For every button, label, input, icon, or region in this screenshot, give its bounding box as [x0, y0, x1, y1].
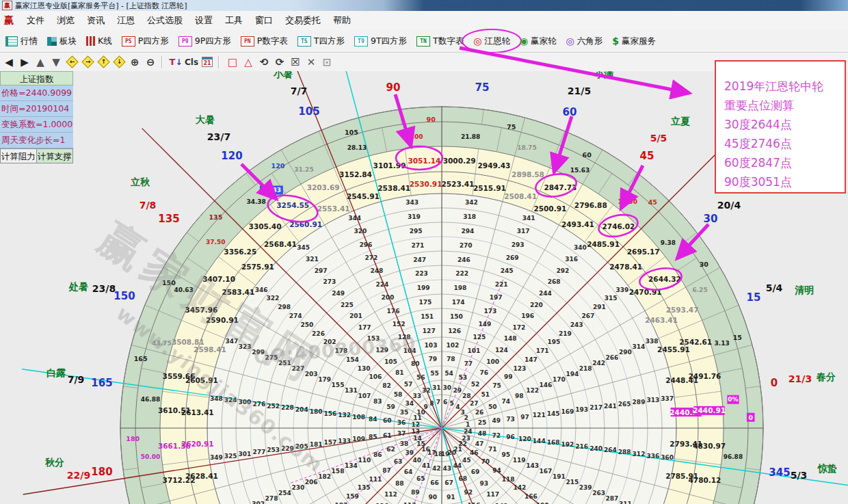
rotate-cw-icon[interactable]: ⟳: [273, 55, 287, 69]
toolbar-item-9p-square[interactable]: P99P四方形: [174, 34, 235, 49]
t-square-icon: TS: [297, 36, 311, 47]
svg-text:250: 250: [300, 321, 313, 328]
toolbar-item-winner-service[interactable]: $赢家服务: [608, 34, 660, 49]
svg-text:199: 199: [417, 284, 430, 291]
hexagon-icon: ◎: [566, 36, 574, 46]
calendar-icon[interactable]: 21: [200, 55, 214, 69]
svg-text:2553.41: 2553.41: [317, 204, 350, 213]
svg-text:0%: 0%: [728, 396, 738, 403]
svg-text:120: 120: [271, 162, 285, 170]
svg-text:297: 297: [315, 267, 328, 274]
svg-text:193: 193: [575, 406, 588, 413]
tri-up-icon[interactable]: ▲: [34, 55, 47, 69]
svg-text:130: 130: [358, 365, 371, 372]
nav-right-icon[interactable]: ▶: [18, 55, 31, 69]
toolbar-item-winner-wheel[interactable]: ◉赢家轮: [516, 34, 561, 49]
pan-left-icon[interactable]: ←: [65, 55, 79, 69]
svg-text:52: 52: [471, 381, 480, 388]
svg-text:5: 5: [450, 400, 454, 407]
svg-text:1: 1: [466, 421, 470, 428]
svg-text:49: 49: [492, 417, 501, 424]
9t-square-label: 9T四方形: [371, 36, 407, 47]
svg-text:101: 101: [467, 347, 480, 354]
svg-text:82: 82: [382, 382, 391, 389]
svg-text:246: 246: [458, 256, 471, 263]
svg-text:75: 75: [507, 123, 516, 131]
svg-text:194: 194: [566, 371, 579, 377]
svg-text:69: 69: [471, 468, 480, 475]
toolbar-item-p-number-table[interactable]: PNP数字表: [237, 34, 292, 49]
svg-text:76: 76: [480, 369, 489, 376]
menu-item-browse[interactable]: 浏览: [51, 12, 81, 29]
svg-text:241: 241: [604, 403, 617, 410]
svg-text:2949.43: 2949.43: [478, 161, 511, 170]
menu-item-news[interactable]: 资讯: [81, 12, 111, 29]
svg-text:93: 93: [480, 480, 489, 487]
svg-text:50.00: 50.00: [141, 453, 160, 460]
svg-text:7/7: 7/7: [291, 85, 308, 96]
toolbar-item-hexagon[interactable]: ◎六角形: [562, 34, 607, 49]
svg-text:56: 56: [416, 374, 425, 381]
calc-resistance-button[interactable]: 计算阻力: [0, 148, 37, 163]
pan-up-icon[interactable]: ↑: [96, 55, 110, 69]
toolbar-item-9t-square[interactable]: T99T四方形: [350, 34, 411, 49]
tri-down-icon[interactable]: ▼: [49, 55, 63, 69]
toolbar-item-sectors[interactable]: 板块: [43, 34, 81, 49]
zoom-in-icon[interactable]: ⊕: [128, 55, 142, 69]
svg-text:288: 288: [618, 449, 631, 455]
svg-text:2440.91: 2440.91: [693, 406, 726, 414]
rect-tool-icon[interactable]: □: [226, 55, 239, 69]
svg-text:204: 204: [295, 406, 308, 413]
svg-text:349: 349: [210, 454, 223, 461]
menu-item-help[interactable]: 帮助: [327, 12, 357, 29]
menu-item-gann[interactable]: 江恩: [111, 12, 141, 29]
menu-item-formula-stock-pick[interactable]: 公式选股: [141, 12, 189, 29]
svg-text:131: 131: [345, 387, 358, 394]
t-number-table-icon: TN: [416, 36, 430, 47]
svg-text:2478.41: 2478.41: [609, 263, 642, 271]
scale-icon[interactable]: ✕: [304, 55, 318, 69]
cls-button[interactable]: Cls: [185, 55, 198, 69]
menu-item-settings[interactable]: 设置: [189, 12, 219, 29]
svg-text:3152.84: 3152.84: [339, 170, 372, 178]
svg-text:29: 29: [453, 387, 462, 394]
menu-item-window[interactable]: 窗口: [249, 12, 279, 29]
toolbar-item-t-square[interactable]: TST四方形: [293, 34, 349, 49]
toolbar-item-t-number-table[interactable]: TNT数字表: [412, 34, 468, 49]
svg-text:21/5: 21/5: [568, 85, 591, 96]
sort-icon[interactable]: T↓: [169, 55, 183, 69]
toolbar-item-quotes[interactable]: 行情: [1, 34, 42, 49]
svg-text:278: 278: [265, 495, 278, 502]
pan-right-icon[interactable]: →: [81, 55, 94, 69]
svg-text:2898.58: 2898.58: [512, 170, 544, 178]
toolbar-item-gann-wheel[interactable]: ◎江恩轮: [469, 34, 514, 49]
svg-text:273: 273: [323, 278, 336, 285]
svg-text:小满: 小满: [594, 71, 613, 79]
svg-text:312: 312: [633, 451, 646, 457]
svg-text:3.13: 3.13: [715, 340, 730, 347]
t-square-label: T四方形: [314, 36, 345, 47]
svg-text:118: 118: [502, 476, 515, 483]
svg-text:148: 148: [504, 335, 517, 342]
menu-item-trade-entrust[interactable]: 交易委托: [279, 12, 327, 29]
menu-item-tools[interactable]: 工具: [219, 12, 249, 29]
triangle-tool-icon[interactable]: △: [241, 55, 255, 69]
svg-text:320: 320: [354, 228, 367, 235]
pan-right-icon: →: [81, 55, 94, 68]
svg-text:7/8: 7/8: [140, 200, 157, 211]
zoom-out-icon[interactable]: ⊖: [144, 55, 157, 69]
menu-item-file[interactable]: 文件: [21, 12, 51, 29]
delete-box-icon[interactable]: ☒: [289, 55, 302, 69]
rotate-ccw-icon[interactable]: ⟲: [257, 55, 271, 69]
svg-text:3712.22: 3712.22: [163, 476, 196, 484]
toolbar-item-kline[interactable]: K线: [82, 34, 116, 49]
svg-text:2796.88: 2796.88: [574, 201, 607, 209]
svg-text:175: 175: [419, 299, 432, 306]
calc-support-button[interactable]: 计算支撑: [37, 148, 74, 163]
svg-text:133: 133: [338, 438, 351, 445]
pan-down-icon[interactable]: ↓: [112, 55, 126, 69]
svg-text:98: 98: [515, 393, 524, 399]
toolbar-item-p-square[interactable]: PSP四方形: [118, 34, 173, 49]
nav-left-icon[interactable]: ◀: [2, 55, 16, 69]
board-icon[interactable]: ⊡: [320, 55, 334, 69]
